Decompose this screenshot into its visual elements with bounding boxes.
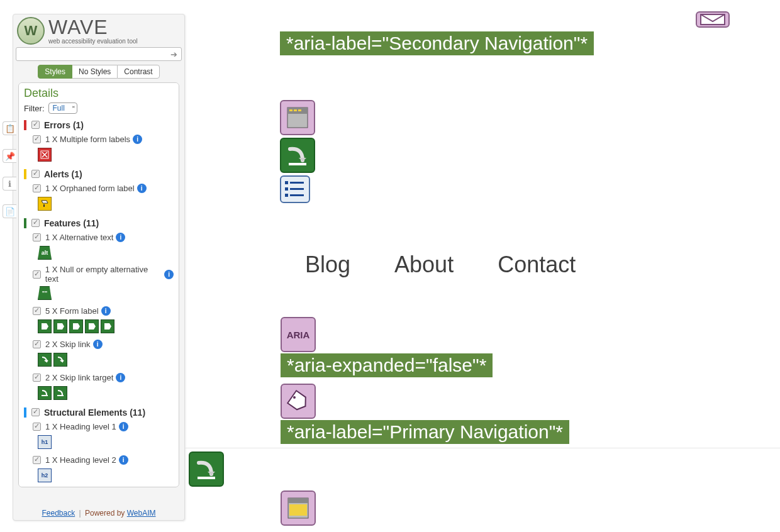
svg-rect-10	[285, 181, 288, 184]
feedback-link[interactable]: Feedback	[42, 509, 75, 518]
details-box: Details Filter: Full Errors (1)	[18, 82, 179, 487]
feature-form-label-icon[interactable]	[69, 319, 83, 333]
item-label: 1 X Orphaned form label	[45, 184, 135, 193]
feature-skip-target-icon[interactable]	[53, 386, 67, 400]
svg-rect-15	[290, 194, 304, 196]
annotation-icon[interactable]	[696, 9, 730, 30]
aria-label-primary-tag[interactable]: *aria-label="Primary Navigation"*	[281, 420, 569, 444]
feature-alt-icon[interactable]: alt	[38, 246, 52, 260]
nav-links: Blog About Contact	[305, 252, 576, 278]
errors-bar-icon	[24, 120, 26, 130]
svg-rect-12	[285, 187, 288, 191]
tab-styles[interactable]: Styles	[38, 65, 72, 79]
item-toggle[interactable]	[33, 233, 41, 241]
item-toggle[interactable]	[33, 423, 41, 431]
svg-rect-11	[290, 182, 304, 184]
structural-title: Structural Elements (11)	[44, 407, 145, 418]
aria-icon[interactable]: ARIA	[281, 317, 316, 352]
structural-bar-icon	[24, 407, 26, 418]
item-toggle[interactable]	[33, 270, 41, 279]
info-icon[interactable]: i	[164, 270, 174, 279]
item-toggle[interactable]	[33, 374, 41, 382]
annotation-stack	[280, 97, 315, 206]
errors-title: Errors (1)	[44, 120, 84, 130]
item-label: 2 X Skip link	[45, 340, 91, 349]
nav-about[interactable]: About	[394, 252, 454, 278]
info-icon[interactable]: i	[116, 233, 125, 242]
errors-toggle[interactable]	[31, 121, 40, 129]
svg-rect-20	[289, 504, 307, 516]
item-toggle[interactable]	[33, 456, 41, 464]
svg-rect-6	[289, 109, 292, 111]
aria-label-icon[interactable]	[281, 381, 316, 421]
item-label: 5 X Form label	[45, 306, 99, 316]
main-region-icon[interactable]	[281, 490, 316, 526]
list-icon[interactable]	[280, 175, 310, 203]
details-title: Details	[24, 87, 174, 100]
info-icon[interactable]: i	[133, 135, 142, 144]
go-arrow-icon[interactable]: ➔	[168, 48, 179, 60]
header-region-icon[interactable]	[280, 100, 315, 135]
info-icon[interactable]: i	[101, 306, 111, 316]
svg-rect-19	[288, 498, 308, 503]
filter-label: Filter:	[24, 104, 45, 113]
skip-link-icon[interactable]	[189, 452, 224, 487]
error-multiple-label-icon[interactable]	[38, 148, 52, 162]
feature-form-label-icon[interactable]	[101, 319, 114, 333]
item-label: 1 X Heading level 1	[45, 422, 116, 431]
features-toggle[interactable]	[31, 219, 40, 227]
page-preview: *aria-label="Secondary Navigation"* Blog…	[189, 0, 780, 532]
features-title: Features (11)	[44, 218, 99, 228]
feature-form-label-icon[interactable]	[38, 319, 52, 333]
feature-skip-link-icon[interactable]	[38, 353, 52, 367]
nav-contact[interactable]: Contact	[498, 252, 576, 278]
structural-toggle[interactable]	[31, 408, 40, 416]
item-toggle[interactable]	[33, 184, 41, 192]
info-icon[interactable]: i	[116, 373, 125, 382]
svg-rect-2	[57, 395, 64, 396]
webaim-link[interactable]: WebAIM	[127, 509, 156, 518]
aria-label-secondary-tag[interactable]: *aria-label="Secondary Navigation"*	[280, 31, 594, 55]
item-toggle[interactable]	[33, 340, 41, 348]
svg-rect-13	[290, 188, 304, 190]
svg-point-16	[293, 396, 296, 399]
feature-null-alt-icon[interactable]: ""	[38, 286, 52, 300]
feature-form-label-icon[interactable]	[85, 319, 99, 333]
tab-no-styles[interactable]: No Styles	[72, 65, 117, 79]
aria-expanded-tag[interactable]: *aria-expanded="false"*	[281, 353, 493, 377]
svg-rect-17	[198, 477, 215, 479]
logo-subtitle: web accessibility evaluation tool	[48, 38, 138, 45]
item-label: 2 X Skip link target	[45, 373, 113, 382]
panel-footer: Feedback | Powered by WebAIM	[13, 509, 184, 518]
info-icon[interactable]: i	[119, 422, 128, 431]
feature-skip-target-icon[interactable]	[38, 386, 52, 400]
filter-select[interactable]: Full	[48, 103, 77, 114]
item-label: 1 X Heading level 2	[45, 455, 116, 465]
info-icon[interactable]: i	[93, 340, 103, 349]
alert-orphaned-label-icon[interactable]	[38, 197, 52, 211]
nav-blog[interactable]: Blog	[305, 252, 350, 278]
h1-icon[interactable]: h1	[38, 435, 52, 449]
features-bar-icon	[24, 218, 26, 228]
separator: |	[79, 509, 81, 518]
category-errors: Errors (1) 1 X Multiple form labels i	[24, 119, 174, 162]
h2-icon[interactable]: h2	[38, 468, 52, 482]
item-label: 1 X Multiple form labels	[45, 135, 130, 144]
feature-form-label-icon[interactable]	[53, 319, 67, 333]
item-toggle[interactable]	[33, 307, 41, 315]
url-input[interactable]	[16, 47, 182, 61]
item-label: 1 X Null or empty alternative text	[45, 265, 162, 284]
feature-skip-link-icon[interactable]	[53, 353, 67, 367]
info-icon[interactable]: i	[137, 184, 147, 193]
alerts-toggle[interactable]	[31, 170, 40, 178]
item-label: 1 X Alternative text	[45, 233, 113, 242]
item-toggle[interactable]	[33, 135, 41, 143]
svg-rect-1	[42, 395, 48, 396]
info-icon[interactable]: i	[119, 455, 128, 465]
tab-contrast[interactable]: Contrast	[117, 65, 159, 79]
divider	[185, 448, 780, 448]
wave-panel: 📋 📌 ℹ 📄 W WAVE web accessibility evaluat…	[13, 14, 185, 521]
svg-rect-8	[298, 109, 301, 111]
wave-logo-icon: W	[17, 17, 45, 45]
skip-link-icon[interactable]	[280, 138, 315, 173]
